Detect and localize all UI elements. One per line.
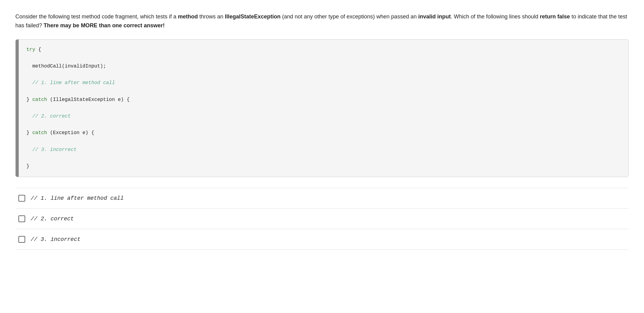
- option-3-checkbox[interactable]: [18, 236, 25, 243]
- option-2-label[interactable]: // 2. correct: [31, 216, 74, 222]
- option-row-2: // 2. correct: [15, 209, 629, 229]
- option-3-label[interactable]: // 3. incorrect: [31, 236, 80, 242]
- options-list: // 1. line after method call // 2. corre…: [15, 188, 629, 250]
- code-container: try { methodCall(invalidInput); // 1. li…: [15, 39, 629, 177]
- option-1-checkbox[interactable]: [18, 195, 25, 202]
- option-2-checkbox[interactable]: [18, 215, 25, 222]
- code-gutter: [16, 40, 19, 177]
- question-text: Consider the following test method code …: [15, 12, 629, 30]
- code-block: try { methodCall(invalidInput); // 1. li…: [19, 40, 628, 177]
- option-row-1: // 1. line after method call: [15, 188, 629, 209]
- option-1-label[interactable]: // 1. line after method call: [31, 195, 123, 201]
- question-container: Consider the following test method code …: [15, 12, 629, 250]
- option-row-3: // 3. incorrect: [15, 229, 629, 250]
